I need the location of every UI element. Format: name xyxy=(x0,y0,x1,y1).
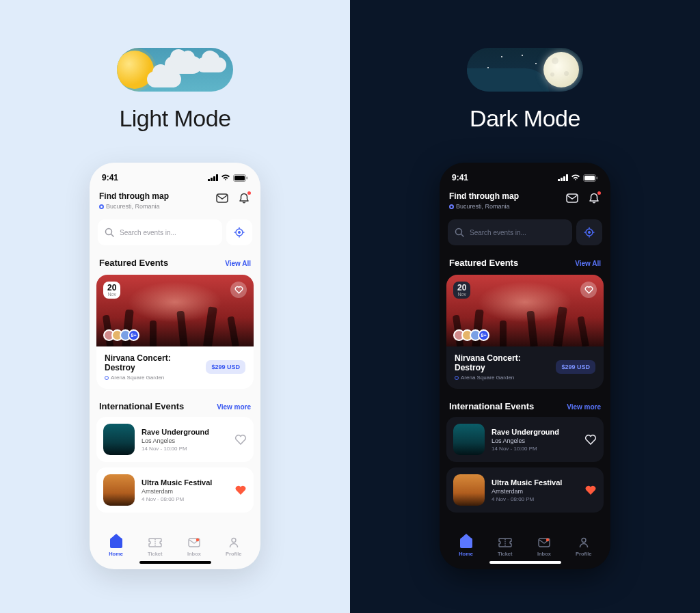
svg-line-5 xyxy=(111,234,114,237)
featured-event-card[interactable]: 20 Nov 8+ Nirvana Concert: Destroy Arena… xyxy=(96,275,254,389)
event-list-item[interactable]: Rave Underground Los Angeles 14 Nov - 10… xyxy=(446,417,604,462)
header-location[interactable]: Bucuresti, Romania xyxy=(449,203,519,210)
search-icon xyxy=(105,228,114,237)
search-input-wrapper[interactable] xyxy=(98,219,222,245)
moon-icon xyxy=(543,52,579,87)
featured-event-image: 20 Nov 8+ xyxy=(446,275,604,346)
tab-profile[interactable]: Profile xyxy=(226,536,241,557)
svg-rect-3 xyxy=(217,194,228,202)
theme-toggle-day[interactable] xyxy=(117,48,233,92)
event-list-item[interactable]: Rave Underground Los Angeles 14 Nov - 10… xyxy=(96,417,254,462)
tab-home[interactable]: Home xyxy=(109,536,124,557)
svg-rect-1 xyxy=(234,176,245,180)
bell-button[interactable] xyxy=(587,191,601,205)
svg-point-15 xyxy=(232,539,236,543)
page-header: Find through map Bucuresti, Romania xyxy=(96,191,254,210)
favorite-button[interactable] xyxy=(234,434,247,445)
mail-button[interactable] xyxy=(215,191,229,205)
tab-profile[interactable]: Profile xyxy=(576,536,591,557)
svg-point-30 xyxy=(546,539,549,541)
tab-inbox[interactable]: Inbox xyxy=(537,536,552,557)
cellular-icon xyxy=(208,174,218,181)
light-mode-panel: Light Mode 9:41 Find through map Bucures… xyxy=(0,0,350,613)
tab-ticket[interactable]: Ticket xyxy=(148,536,163,557)
international-section-title: International Events xyxy=(449,401,534,411)
svg-point-31 xyxy=(582,539,586,543)
featured-event-price: $299 USD xyxy=(206,360,245,374)
search-input[interactable] xyxy=(120,229,215,236)
event-list-item[interactable]: Ultra Music Festival Amsterdam 4 Nov - 0… xyxy=(446,467,604,513)
event-city: Los Angeles xyxy=(492,437,578,444)
mail-button[interactable] xyxy=(565,191,579,205)
map-location-button[interactable] xyxy=(226,219,252,245)
featured-section-title: Featured Events xyxy=(449,258,518,268)
pin-icon xyxy=(105,376,109,380)
event-title: Ultra Music Festival xyxy=(142,478,228,487)
search-icon xyxy=(455,228,464,237)
event-city: Amsterdam xyxy=(142,488,228,495)
cellular-icon xyxy=(558,174,568,181)
featured-view-all-link[interactable]: View All xyxy=(225,260,251,267)
theme-toggle-night[interactable] xyxy=(467,48,583,92)
status-bar: 9:41 xyxy=(96,171,254,185)
home-icon xyxy=(110,538,122,548)
status-time: 9:41 xyxy=(452,173,468,182)
svg-rect-18 xyxy=(597,176,598,179)
event-city: Los Angeles xyxy=(142,437,228,444)
location-pin-icon xyxy=(449,204,454,209)
heart-icon xyxy=(234,286,243,294)
tab-bar: Home Ticket Inbox Profile xyxy=(96,531,254,557)
featured-section-title: Featured Events xyxy=(99,258,168,268)
inbox-icon xyxy=(187,536,202,549)
search-input[interactable] xyxy=(470,229,565,236)
phone-frame-light: 9:41 Find through map Bucuresti, Romania xyxy=(90,163,260,569)
international-view-more-link[interactable]: View more xyxy=(217,403,251,411)
featured-view-all-link[interactable]: View All xyxy=(575,260,601,267)
event-title: Rave Underground xyxy=(492,428,578,436)
heart-filled-icon xyxy=(234,485,247,495)
wifi-icon xyxy=(221,174,230,181)
header-location-text: Bucuresti, Romania xyxy=(456,203,510,210)
event-title: Ultra Music Festival xyxy=(492,478,578,487)
location-pin-icon xyxy=(99,204,104,209)
heart-outline-icon xyxy=(234,434,247,445)
home-icon xyxy=(460,538,472,548)
svg-rect-2 xyxy=(247,176,248,179)
battery-icon xyxy=(583,174,598,182)
tab-inbox[interactable]: Inbox xyxy=(187,536,202,557)
heart-outline-icon xyxy=(584,434,597,445)
search-input-wrapper[interactable] xyxy=(448,219,572,245)
profile-icon xyxy=(576,536,591,549)
favorite-button[interactable] xyxy=(234,485,247,495)
favorite-button[interactable] xyxy=(584,485,597,495)
favorite-button[interactable] xyxy=(584,434,597,445)
event-thumbnail xyxy=(453,474,485,506)
event-list-item[interactable]: Ultra Music Festival Amsterdam 4 Nov - 0… xyxy=(96,467,254,513)
favorite-button[interactable] xyxy=(580,282,597,298)
header-title: Find through map xyxy=(99,191,169,201)
status-time: 9:41 xyxy=(102,173,118,182)
svg-point-7 xyxy=(238,231,240,233)
favorite-button[interactable] xyxy=(230,282,247,298)
event-thumbnail xyxy=(103,424,135,455)
event-thumbnail xyxy=(103,474,135,506)
tab-ticket[interactable]: Ticket xyxy=(498,536,513,557)
inbox-icon xyxy=(537,536,552,549)
international-view-more-link[interactable]: View more xyxy=(567,403,601,411)
attendee-avatars: 8+ xyxy=(453,329,489,341)
featured-event-price: $299 USD xyxy=(556,360,595,374)
event-date-chip: 20 Nov xyxy=(103,282,120,299)
bell-button[interactable] xyxy=(237,191,251,205)
map-location-button[interactable] xyxy=(576,219,602,245)
header-location[interactable]: Bucuresti, Romania xyxy=(99,203,169,210)
notification-dot-icon xyxy=(247,191,251,195)
wifi-icon xyxy=(571,174,580,181)
home-indicator xyxy=(489,561,561,564)
international-section-title: International Events xyxy=(99,401,184,411)
phone-frame-dark: 9:41 Find through map Bucuresti, Romania xyxy=(440,163,610,569)
header-title: Find through map xyxy=(449,191,519,201)
mode-title-dark: Dark Mode xyxy=(470,105,580,132)
svg-line-21 xyxy=(461,234,464,237)
tab-home[interactable]: Home xyxy=(459,536,474,557)
featured-event-card[interactable]: 20 Nov 8+ Nirvana Concert: Destroy Arena… xyxy=(446,275,604,389)
